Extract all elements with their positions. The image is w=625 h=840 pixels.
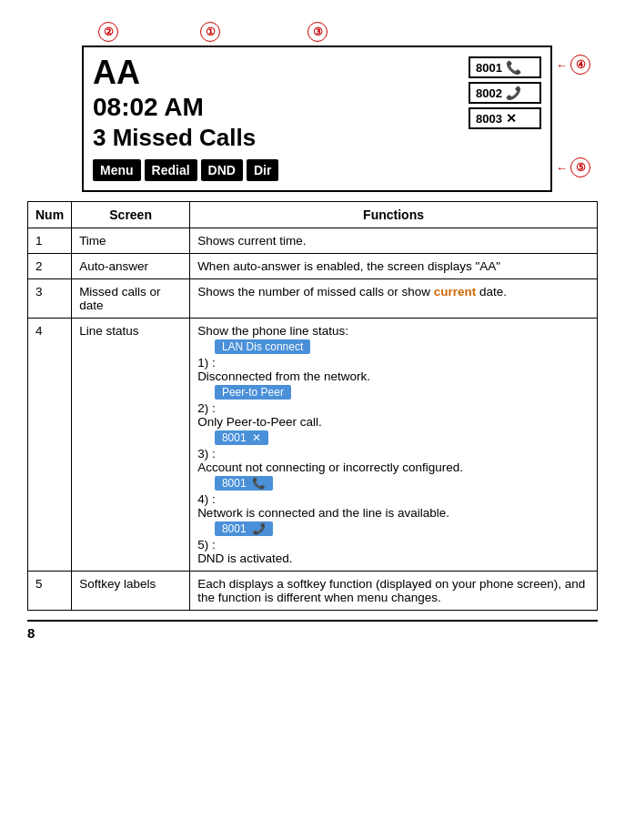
line-8001: 8001 📞 [469, 56, 541, 78]
status-5-desc: DND is activated. [197, 552, 292, 565]
status-3-label: 3) : [197, 447, 216, 460]
status-3-desc: Account not connecting or incorrectly co… [197, 460, 463, 474]
row-2-screen: Auto-answer [72, 254, 190, 279]
time-display: 08:02 AM [93, 93, 459, 122]
line-8003: 8003 ✕ [469, 107, 541, 129]
status-8001-up: 8001 📞 [215, 476, 273, 491]
status-lan-disconnect: LAN Dis connect [215, 339, 310, 354]
phone-handset-up-icon: 📞 [506, 60, 521, 75]
line-8001-num: 8001 [476, 61, 502, 75]
arrow-left-4: ← [556, 58, 568, 72]
top-callouts: ② ① ③ [82, 18, 561, 46]
callout-2: ② [98, 22, 118, 42]
row-4-num: 4 [28, 319, 72, 572]
status-2-desc: Only Peer-to-Peer call. [197, 415, 322, 429]
right-callouts: ← ④ ← ⑤ [552, 46, 598, 192]
row-4-screen: Line status [72, 319, 190, 572]
row-1-num: 1 [28, 228, 72, 254]
row-4-functions: Show the phone line status: LAN Dis conn… [190, 319, 598, 572]
status-1-desc: Disconnected from the network. [197, 369, 370, 383]
bottom-bar: 8 [27, 622, 598, 644]
screen-left-content: AA 08:02 AM 3 Missed Calls Menu Redial D… [93, 56, 459, 181]
row-5-screen: Softkey labels [72, 572, 190, 611]
x-mark-icon: ✕ [506, 111, 517, 126]
col-header-functions: Functions [190, 202, 598, 228]
status-8001-dnd: 8001 📞 [215, 521, 273, 536]
status-4-desc: Network is connected and the line is ava… [197, 506, 449, 520]
callout-3: ③ [307, 22, 328, 42]
row-1-functions: Shows current time. [190, 228, 598, 254]
softkey-buttons: Menu Redial DND Dir [93, 159, 459, 181]
phone-screen-box: AA 08:02 AM 3 Missed Calls Menu Redial D… [82, 46, 552, 192]
status-peer-to-peer: Peer-to Peer [215, 385, 291, 400]
callout-4-area: ← ④ [556, 55, 598, 75]
dir-button[interactable]: Dir [247, 159, 278, 181]
status-1-label: 1) : [197, 356, 216, 369]
col-header-screen: Screen [72, 202, 190, 228]
menu-button[interactable]: Menu [93, 159, 141, 181]
left-spacer [27, 46, 82, 192]
status-5-label: 5) : [197, 538, 216, 552]
arrow-left-5: ← [556, 161, 568, 175]
callout-4: ④ [570, 55, 590, 75]
row-3-functions: Shows the number of missed calls or show… [190, 279, 598, 319]
status-2-label: 2) : [197, 401, 216, 415]
row-2-num: 2 [28, 254, 72, 279]
status-8001-x: 8001 ✕ [215, 430, 268, 445]
row-5-num: 5 [28, 572, 72, 611]
phone-diagram: ② ① ③ AA 08:02 AM 3 Missed Calls Menu [27, 18, 598, 192]
line-8002-num: 8002 [476, 86, 502, 100]
table-row: 1 Time Shows current time. [28, 228, 598, 254]
page-number: 8 [27, 625, 35, 641]
table-row: 5 Softkey labels Each displays a softkey… [28, 572, 598, 611]
info-table: Num Screen Functions 1 Time Shows curren… [27, 201, 598, 611]
table-header-row: Num Screen Functions [28, 202, 598, 228]
missed-calls-display: 3 Missed Calls [93, 124, 459, 152]
row-4-intro: Show the phone line status: [197, 324, 348, 338]
row-3-num: 3 [28, 279, 72, 319]
table-row: 4 Line status Show the phone line status… [28, 319, 598, 572]
callout-1: ① [200, 22, 220, 42]
row-5-functions: Each displays a softkey function (displa… [190, 572, 598, 611]
callout-5: ⑤ [570, 157, 590, 177]
line-8003-num: 8003 [476, 112, 502, 126]
current-link: current [434, 285, 477, 299]
aa-label: AA [93, 56, 459, 89]
callout-5-area: ← ⑤ [556, 157, 598, 177]
status-4-label: 4) : [197, 492, 216, 506]
table-row: 3 Missed calls or date Shows the number … [28, 279, 598, 319]
col-header-num: Num [28, 202, 72, 228]
phone-handset-down-icon: 📞 [506, 86, 521, 100]
row-1-screen: Time [72, 228, 190, 254]
line-8002: 8002 📞 [469, 82, 541, 104]
aa-display: AA 08:02 AM 3 Missed Calls [93, 56, 459, 152]
line-status-boxes: 8001 📞 8002 📞 8003 ✕ [469, 56, 541, 181]
row-3-screen: Missed calls or date [72, 279, 190, 319]
row-2-functions: When auto-answer is enabled, the screen … [190, 254, 598, 279]
redial-button[interactable]: Redial [145, 159, 197, 181]
dnd-button[interactable]: DND [201, 159, 243, 181]
table-row: 2 Auto-answer When auto-answer is enable… [28, 254, 598, 279]
